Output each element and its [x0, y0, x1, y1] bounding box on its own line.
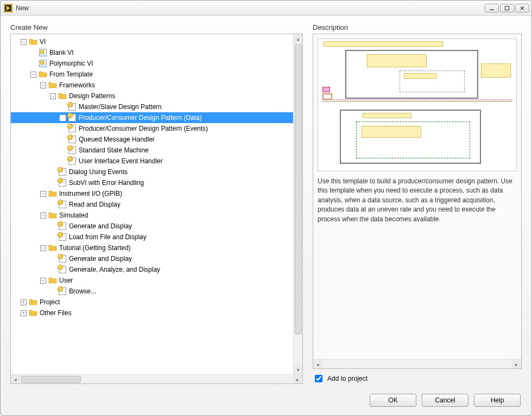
- collapse-icon[interactable]: −: [40, 245, 46, 251]
- tree-label: Generate and Display: [69, 255, 132, 263]
- vi-icon: [39, 48, 47, 57]
- minimize-button[interactable]: [485, 4, 499, 12]
- tree-node-subvi-error[interactable]: SubVI with Error Handling: [11, 177, 302, 188]
- add-to-project-checkbox[interactable]: [315, 375, 322, 382]
- tree-node-instrument-io[interactable]: − Instrument I/O (GPIB): [11, 188, 302, 199]
- template-icon: [58, 265, 67, 274]
- tree-node-blank-vi[interactable]: Blank VI: [11, 47, 302, 58]
- template-tree[interactable]: − VI Blank VI Polymorphic V: [11, 34, 302, 374]
- tree-node-user[interactable]: − User: [11, 275, 302, 286]
- folder-icon: [48, 276, 57, 285]
- template-icon: [58, 222, 67, 231]
- tree-label: Instrument I/O (GPIB): [59, 190, 122, 197]
- scroll-up-icon[interactable]: ▴: [294, 34, 303, 43]
- template-icon: [68, 135, 77, 144]
- tree-node-from-template[interactable]: − From Template: [11, 69, 302, 80]
- template-icon: [58, 254, 67, 263]
- collapse-icon[interactable]: −: [21, 39, 27, 45]
- new-dialog-window: New Create New − VI: [0, 0, 532, 416]
- window-title: New: [16, 4, 484, 12]
- ok-button[interactable]: OK: [370, 394, 416, 407]
- tree-label: From Template: [49, 71, 93, 78]
- tree-node-frameworks[interactable]: − Frameworks: [11, 80, 302, 91]
- scroll-down-icon[interactable]: ▾: [294, 365, 303, 374]
- collapse-icon[interactable]: −: [40, 82, 46, 88]
- tree-node-tutorial[interactable]: − Tutorial (Getting Started): [11, 242, 302, 253]
- scroll-right-icon[interactable]: ▸: [512, 360, 521, 369]
- tree-node-vi[interactable]: − VI: [11, 36, 302, 47]
- collapse-icon[interactable]: −: [40, 213, 46, 219]
- tree-label: User: [59, 277, 73, 284]
- description-box: Use this template to build a producer/co…: [313, 34, 522, 369]
- tree-node-other-files[interactable]: + Other Files: [11, 308, 302, 318]
- tree-node-project[interactable]: + Project: [11, 297, 302, 308]
- tree-node-tut-gen-analyze[interactable]: Generate, Analyze, and Display: [11, 264, 302, 275]
- template-icon: [68, 146, 77, 155]
- tree-label: Master/Slave Design Pattern: [79, 103, 162, 111]
- expand-icon[interactable]: +: [21, 310, 27, 316]
- tree-node-browse[interactable]: Browse...: [11, 286, 302, 297]
- tree-node-ui-event-handler[interactable]: User Interface Event Handler: [11, 156, 302, 167]
- template-icon: [68, 157, 77, 165]
- template-icon: [58, 233, 67, 241]
- tree-label: Design Patterns: [69, 92, 115, 100]
- tree-label: Simulated: [59, 212, 88, 219]
- description-panel: Description: [313, 23, 522, 384]
- folder-icon: [29, 309, 37, 317]
- tree-node-design-patterns[interactable]: − Design Patterns: [11, 91, 302, 101]
- maximize-button[interactable]: [500, 4, 514, 12]
- tree-node-generate-display[interactable]: Generate and Display: [11, 221, 302, 232]
- tree-node-queued-message[interactable]: Queued Message Handler: [11, 134, 302, 145]
- spacer: [30, 50, 36, 56]
- tree-node-load-file-display[interactable]: Load from File and Display: [11, 232, 302, 242]
- app-icon: [4, 4, 12, 12]
- tree-label: Producer/Consumer Design Pattern (Data): [79, 114, 202, 121]
- tree-container: − VI Blank VI Polymorphic V: [10, 34, 303, 384]
- tree-label: Blank VI: [49, 49, 74, 56]
- tree-node-producer-consumer-data[interactable]: Producer/Consumer Design Pattern (Data): [11, 112, 302, 123]
- tree-label: Other Files: [40, 309, 72, 317]
- collapse-icon[interactable]: −: [40, 191, 46, 197]
- tree-vertical-scrollbar[interactable]: ▴ ▾: [293, 34, 302, 374]
- collapse-icon[interactable]: −: [30, 72, 36, 78]
- scroll-left-icon[interactable]: ◂: [313, 360, 322, 369]
- folder-icon: [48, 211, 57, 220]
- tree-label: Generate, Analyze, and Display: [69, 266, 160, 273]
- folder-icon: [39, 70, 47, 79]
- close-button[interactable]: [515, 4, 529, 12]
- scroll-right-icon[interactable]: ▸: [293, 375, 302, 384]
- collapse-icon[interactable]: −: [40, 278, 46, 284]
- scroll-left-icon[interactable]: ◂: [11, 375, 20, 384]
- cancel-button[interactable]: Cancel: [422, 394, 468, 407]
- tree-node-producer-consumer-events[interactable]: Producer/Consumer Design Pattern (Events…: [11, 123, 302, 134]
- create-new-heading: Create New: [10, 23, 303, 31]
- tree-horizontal-scrollbar[interactable]: ◂ ▸: [11, 374, 302, 383]
- tree-node-master-slave[interactable]: Master/Slave Design Pattern: [11, 101, 302, 112]
- tree-label: Producer/Consumer Design Pattern (Events…: [79, 125, 208, 132]
- titlebar: New: [1, 1, 531, 16]
- template-icon: [68, 124, 77, 133]
- tree-label: Tutorial (Getting Started): [59, 244, 131, 252]
- tree-node-simulated[interactable]: − Simulated: [11, 210, 302, 221]
- tree-node-read-display[interactable]: Read and Display: [11, 199, 302, 210]
- content-area: Create New − VI Blank VI: [1, 16, 531, 386]
- tree-node-tut-gen-display[interactable]: Generate and Display: [11, 253, 302, 264]
- tree-node-polymorphic-vi[interactable]: Polymorphic VI: [11, 58, 302, 69]
- add-to-project-row[interactable]: Add to project: [313, 373, 522, 384]
- tree-label: Load from File and Display: [69, 233, 147, 241]
- expand-icon[interactable]: +: [21, 299, 27, 305]
- help-button[interactable]: Help: [474, 394, 521, 407]
- description-horizontal-scrollbar[interactable]: ◂ ▸: [313, 359, 521, 368]
- tree-label: SubVI with Error Handling: [69, 179, 144, 187]
- tree-label: Project: [40, 298, 60, 306]
- template-icon: [68, 103, 77, 111]
- description-heading: Description: [313, 23, 522, 31]
- tree-label: VI: [40, 38, 46, 46]
- folder-icon: [48, 189, 57, 198]
- create-new-panel: Create New − VI Blank VI: [10, 23, 303, 384]
- folder-icon: [29, 298, 37, 306]
- tree-node-state-machine[interactable]: Standard State Machine: [11, 145, 302, 156]
- template-icon: [68, 113, 77, 122]
- collapse-icon[interactable]: −: [50, 93, 56, 99]
- tree-node-dialog-events[interactable]: Dialog Using Events: [11, 167, 302, 177]
